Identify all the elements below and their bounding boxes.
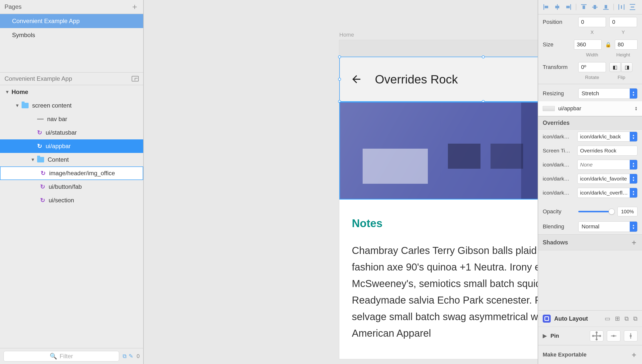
pages-header: Pages ＋ <box>0 0 143 14</box>
chevron-down-icon[interactable]: ▼ <box>15 103 20 108</box>
layer-list: ▼ Home ▼ screen content nav bar ↻ ui/sta… <box>0 85 143 348</box>
pos-x-input[interactable]: 0 <box>578 17 606 27</box>
layer-label: image/header/img_office <box>49 170 115 177</box>
symbol-icon: ↻ <box>37 129 42 136</box>
align-right-icon[interactable] <box>565 4 572 11</box>
grid-icon[interactable]: ⊞ <box>615 315 620 322</box>
resizing-select[interactable]: Stretch ▲▼ <box>578 88 637 99</box>
align-top-icon[interactable] <box>580 4 587 11</box>
selection-handle[interactable] <box>338 55 341 58</box>
pages-title: Pages <box>5 3 22 10</box>
select-caret-icon: ▲▼ <box>630 132 637 141</box>
pin-center-control[interactable] <box>624 330 637 341</box>
symbol-master-row[interactable]: ui/appbar ▲▼ <box>538 101 642 116</box>
devices-icon[interactable]: ⧉ <box>624 315 629 322</box>
svg-rect-20 <box>630 4 635 5</box>
layer-label: ui/appbar <box>46 143 71 150</box>
override-row: icon/dark…icon/dark/ic_overfl…▲▼ <box>538 186 642 200</box>
folder-outline-icon[interactable]: ▭ <box>605 315 610 322</box>
mobile-statusbar: 12:30 <box>339 40 538 57</box>
auto-layout-row: Auto Layout ▭ ⊞ ⧉ ⧉ <box>538 310 642 327</box>
svg-rect-11 <box>581 4 587 5</box>
chevron-right-icon[interactable]: ▶ <box>543 333 547 339</box>
layer-row-symbol[interactable]: ↻ ui/section <box>0 194 143 207</box>
lock-icon[interactable]: 🔒 <box>605 42 611 48</box>
artboard-label[interactable]: Home <box>339 32 354 38</box>
svg-rect-6 <box>545 6 548 8</box>
align-left-icon[interactable] <box>543 4 550 11</box>
layer-row-artboard[interactable]: ▼ Home <box>0 85 143 99</box>
align-bottom-icon[interactable] <box>602 4 609 11</box>
align-hcenter-icon[interactable] <box>554 4 561 11</box>
chevron-down-icon[interactable]: ▼ <box>5 89 10 95</box>
width-input[interactable]: 360 <box>574 40 602 50</box>
opacity-slider[interactable] <box>578 211 614 212</box>
filter-placeholder: Filter <box>60 353 73 360</box>
add-shadow-button[interactable]: ＋ <box>630 238 637 247</box>
layer-row[interactable]: nav bar <box>0 112 143 126</box>
override-label: icon/dark… <box>543 190 575 196</box>
symbol-icon: ↻ <box>41 170 46 177</box>
copy-icon[interactable]: ⧉ <box>123 353 127 359</box>
layer-label: Home <box>12 88 28 96</box>
add-export-button[interactable]: ＋ <box>630 350 637 359</box>
add-page-button[interactable]: ＋ <box>131 1 139 12</box>
stack-icon[interactable]: ⧉ <box>633 315 637 322</box>
header-image[interactable]: NE·PAPER LDING & RO PAPER <box>339 102 538 200</box>
override-text-input[interactable]: Overrides Rock <box>577 146 637 156</box>
make-exportable-row[interactable]: Make Exportable ＋ <box>538 345 642 364</box>
svg-rect-8 <box>555 6 559 8</box>
folder-icon <box>22 103 29 108</box>
override-label: Screen Ti… <box>543 148 575 154</box>
selection-handle[interactable] <box>338 78 341 81</box>
blending-row: Blending Normal ▲▼ <box>538 219 642 234</box>
layers-view-toggle-icon[interactable] <box>132 76 139 81</box>
override-select[interactable]: None▲▼ <box>577 160 637 170</box>
distribute-v-icon[interactable] <box>629 4 636 11</box>
page-item-active[interactable]: Convenient Example App <box>0 14 143 28</box>
layer-row-group[interactable]: ▼ screen content <box>0 99 143 112</box>
resizing-row: Resizing Stretch ▲▼ <box>538 86 642 101</box>
filter-input[interactable]: 🔍 Filter <box>4 351 119 361</box>
chevron-down-icon[interactable]: ▼ <box>30 157 36 162</box>
section-body: Chambray Carles Terry Gibson balls plaid… <box>352 242 538 341</box>
pin-label: Pin <box>550 333 559 339</box>
pencil-icon[interactable]: ✎ <box>129 353 133 359</box>
align-toolbar <box>538 0 642 15</box>
blending-select[interactable]: Normal ▲▼ <box>578 221 637 232</box>
svg-rect-12 <box>583 6 585 9</box>
override-select[interactable]: icon/dark/ic_overfl…▲▼ <box>577 188 637 198</box>
distribute-h-icon[interactable] <box>618 4 625 11</box>
layer-row-group[interactable]: ▼ Content <box>0 153 143 166</box>
align-vcenter-icon[interactable] <box>591 4 598 11</box>
auto-layout-icon <box>543 315 551 323</box>
override-row: icon/dark…icon/dark/ic_back▲▼ <box>538 130 642 144</box>
mobile-appbar[interactable]: Overrides Rock <box>339 57 538 102</box>
rotate-input[interactable]: 0º <box>578 62 606 72</box>
pin-edges-control[interactable] <box>590 330 603 341</box>
updown-icon[interactable]: ▲▼ <box>635 106 637 111</box>
flip-h-button[interactable]: ◧ <box>609 62 620 72</box>
svg-rect-5 <box>543 4 544 10</box>
canvas[interactable]: Home 12:30 <box>144 0 538 364</box>
layer-row-symbol-selected[interactable]: ↻ ui/appbar <box>0 139 143 153</box>
layer-row-symbol[interactable]: ↻ ui/statusbar <box>0 126 143 139</box>
flip-v-button[interactable]: ◨ <box>621 62 632 72</box>
filter-tools[interactable]: ⧉ ✎ <box>123 353 133 359</box>
override-select[interactable]: icon/dark/ic_favorite▲▼ <box>577 174 637 184</box>
symbol-icon: ↻ <box>37 143 42 150</box>
pos-y-input[interactable]: 0 <box>609 17 637 27</box>
opacity-row: Opacity 100% <box>538 204 642 219</box>
artboard[interactable]: 12:30 Overrides Rock <box>339 40 538 359</box>
opacity-value[interactable]: 100% <box>617 207 637 216</box>
page-item-symbols[interactable]: Symbols <box>0 28 143 42</box>
height-input[interactable]: 80 <box>615 40 637 50</box>
layer-row-symbol-highlighted[interactable]: ↻ image/header/img_office <box>0 166 143 180</box>
override-select[interactable]: icon/dark/ic_back▲▼ <box>577 132 637 142</box>
svg-rect-17 <box>618 4 619 10</box>
layers-doc-title: Convenient Example App <box>5 75 72 82</box>
pin-size-control[interactable] <box>607 330 620 341</box>
select-caret-icon: ▲▼ <box>630 188 637 198</box>
selection-handle[interactable] <box>482 55 485 58</box>
layer-row-symbol[interactable]: ↻ ui/button/fab <box>0 180 143 194</box>
